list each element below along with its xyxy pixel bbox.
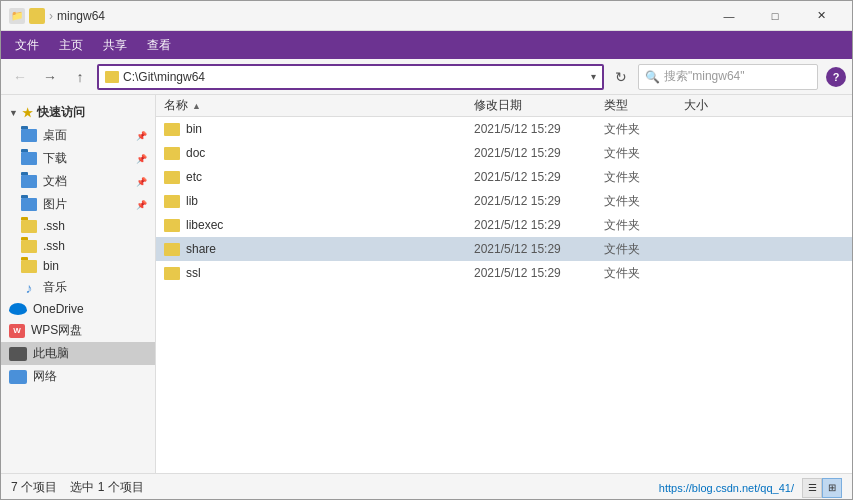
col-header-name[interactable]: 名称 ▲ [164,97,474,114]
network-icon [9,370,27,384]
sidebar-item-ssh1[interactable]: .ssh [1,216,155,236]
back-button[interactable]: ← [7,64,33,90]
toolbar: ← → ↑ C:\Git\mingw64 ▾ ↻ 🔍 搜索"mingw64" ? [1,59,852,95]
bin-icon [21,259,37,273]
sidebar-item-wps[interactable]: W WPS网盘 [1,319,155,342]
file-type: 文件夹 [604,145,684,162]
sidebar-item-computer[interactable]: 此电脑 [1,342,155,365]
menu-home[interactable]: 主页 [49,33,93,58]
file-name-cell: lib [164,194,474,208]
title-bar-icons: 📁 [9,8,25,24]
file-name: lib [186,194,198,208]
pictures-icon [21,198,37,212]
quick-access-star-icon: ★ [22,106,33,120]
sidebar-downloads-label: 下载 [43,150,136,167]
file-name: doc [186,146,205,160]
file-name: etc [186,170,202,184]
desktop-icon [21,129,37,143]
help-button[interactable]: ? [826,67,846,87]
file-type: 文件夹 [604,169,684,186]
window-controls: — □ ✕ [706,1,844,31]
file-date: 2021/5/12 15:29 [474,194,604,208]
sidebar-item-desktop[interactable]: 桌面 📌 [1,124,155,147]
folder-icon [164,219,180,232]
sidebar-documents-label: 文档 [43,173,136,190]
title-folder-icon [29,8,45,24]
sidebar-item-pictures[interactable]: 图片 📌 [1,193,155,216]
sidebar-ssh1-label: .ssh [43,219,147,233]
sidebar-item-ssh2[interactable]: .ssh [1,236,155,256]
column-header: 名称 ▲ 修改日期 类型 大小 [156,95,852,117]
pin-icon: 📌 [136,177,147,187]
file-type: 文件夹 [604,265,684,282]
sidebar-item-onedrive[interactable]: OneDrive [1,299,155,319]
table-row[interactable]: doc 2021/5/12 15:29 文件夹 [156,141,852,165]
close-button[interactable]: ✕ [798,1,844,31]
downloads-icon [21,152,37,166]
refresh-button[interactable]: ↻ [608,64,634,90]
view-tiles-button[interactable]: ⊞ [822,478,842,498]
table-row[interactable]: libexec 2021/5/12 15:29 文件夹 [156,213,852,237]
file-date: 2021/5/12 15:29 [474,242,604,256]
sidebar-ssh2-label: .ssh [43,239,147,253]
file-list: bin 2021/5/12 15:29 文件夹 doc 2021/5/12 15… [156,117,852,473]
onedrive-icon [9,303,27,315]
file-type: 文件夹 [604,193,684,210]
sidebar-item-bin[interactable]: bin [1,256,155,276]
item-count: 7 个项目 [11,480,57,494]
file-name: bin [186,122,202,136]
folder-icon [164,195,180,208]
address-folder-icon [105,71,119,83]
table-row[interactable]: share 2021/5/12 15:29 文件夹 [156,237,852,261]
col-header-type[interactable]: 类型 [604,97,684,114]
col-header-size[interactable]: 大小 [684,97,844,114]
title-bar: 📁 › mingw64 — □ ✕ [1,1,852,31]
status-link[interactable]: https://blog.csdn.net/qq_41/ [659,482,794,494]
quick-access-arrow: ▼ [9,108,18,118]
sidebar-onedrive-label: OneDrive [33,302,84,316]
computer-icon [9,347,27,361]
address-bar[interactable]: C:\Git\mingw64 ▾ [97,64,604,90]
quick-access-header[interactable]: ▼ ★ 快速访问 [1,101,155,124]
file-date: 2021/5/12 15:29 [474,266,604,280]
table-row[interactable]: ssl 2021/5/12 15:29 文件夹 [156,261,852,285]
folder-icon [164,243,180,256]
sidebar-item-network[interactable]: 网络 [1,365,155,388]
main-content: ▼ ★ 快速访问 桌面 📌 下载 📌 文档 📌 [1,95,852,473]
sidebar-item-downloads[interactable]: 下载 📌 [1,147,155,170]
pin-icon: 📌 [136,200,147,210]
address-dropdown-icon[interactable]: ▾ [591,71,596,82]
sidebar-music-label: 音乐 [43,279,147,296]
table-row[interactable]: etc 2021/5/12 15:29 文件夹 [156,165,852,189]
wps-icon: W [9,324,25,338]
menu-share[interactable]: 共享 [93,33,137,58]
search-bar[interactable]: 🔍 搜索"mingw64" [638,64,818,90]
address-text: C:\Git\mingw64 [123,70,587,84]
search-placeholder: 搜索"mingw64" [664,68,745,85]
forward-button[interactable]: → [37,64,63,90]
table-row[interactable]: bin 2021/5/12 15:29 文件夹 [156,117,852,141]
sidebar: ▼ ★ 快速访问 桌面 📌 下载 📌 文档 📌 [1,95,156,473]
menu-file[interactable]: 文件 [5,33,49,58]
sidebar-item-documents[interactable]: 文档 📌 [1,170,155,193]
file-name-cell: doc [164,146,474,160]
music-icon: ♪ [21,281,37,295]
folder-icon [164,147,180,160]
window-icon: 📁 [9,8,25,24]
status-count: 7 个项目 选中 1 个项目 [11,479,659,496]
menu-view[interactable]: 查看 [137,33,181,58]
up-button[interactable]: ↑ [67,64,93,90]
file-name-cell: ssl [164,266,474,280]
view-details-button[interactable]: ☰ [802,478,822,498]
sidebar-pictures-label: 图片 [43,196,136,213]
file-name: share [186,242,216,256]
sidebar-item-music[interactable]: ♪ 音乐 [1,276,155,299]
col-header-date[interactable]: 修改日期 [474,97,604,114]
maximize-button[interactable]: □ [752,1,798,31]
file-date: 2021/5/12 15:29 [474,170,604,184]
minimize-button[interactable]: — [706,1,752,31]
pin-icon: 📌 [136,131,147,141]
file-name-cell: bin [164,122,474,136]
table-row[interactable]: lib 2021/5/12 15:29 文件夹 [156,189,852,213]
pin-icon: 📌 [136,154,147,164]
